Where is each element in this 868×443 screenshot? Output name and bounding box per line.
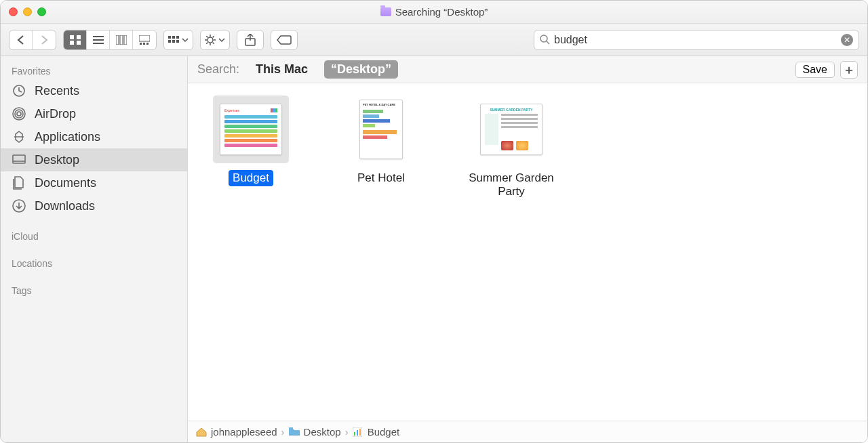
path-crumb-label: Desktop (304, 426, 341, 438)
svg-rect-44 (359, 429, 361, 436)
window-title: Searching “Desktop” (395, 6, 488, 18)
main-content: Search: This Mac “Desktop” Save ＋ Expens… (188, 56, 867, 442)
path-crumb-label: johnappleseed (211, 426, 277, 438)
svg-rect-9 (124, 35, 127, 45)
sidebar-item-downloads[interactable]: Downloads (1, 194, 187, 217)
svg-rect-7 (116, 35, 119, 45)
search-scope-label: Search: (197, 62, 239, 77)
svg-rect-14 (168, 36, 171, 39)
scope-current-folder[interactable]: “Desktop” (324, 60, 398, 79)
svg-point-20 (208, 37, 213, 43)
sidebar-item-label: Documents (35, 176, 96, 190)
file-item[interactable]: Expenses Budget (204, 96, 298, 201)
toolbar: ✕ (1, 24, 867, 56)
sidebar: Favorites Recents AirDrop Applications D… (1, 56, 188, 442)
close-window-button[interactable] (9, 7, 18, 16)
desktop-icon (12, 152, 26, 167)
svg-line-25 (206, 36, 208, 37)
sidebar-item-recents[interactable]: Recents (1, 79, 187, 102)
column-view-button[interactable] (110, 30, 133, 49)
zoom-window-button[interactable] (37, 7, 46, 16)
path-crumb-file[interactable]: Budget (353, 426, 400, 438)
file-item[interactable]: SUMMER GARDEN PARTY Summer Garden Party (465, 96, 558, 201)
svg-rect-8 (120, 35, 123, 45)
search-scope-bar: Search: This Mac “Desktop” Save ＋ (188, 56, 867, 83)
sidebar-item-label: Downloads (35, 199, 95, 213)
back-button[interactable] (9, 30, 33, 49)
window-body: Favorites Recents AirDrop Applications D… (1, 56, 867, 442)
path-crumb-home[interactable]: johnappleseed (196, 426, 277, 438)
clock-icon (12, 83, 26, 98)
svg-rect-5 (93, 39, 104, 41)
svg-rect-40 (289, 427, 293, 429)
sidebar-item-desktop[interactable]: Desktop (1, 148, 187, 171)
file-thumbnail: SUMMER GARDEN PARTY (480, 104, 542, 155)
path-crumb-folder[interactable]: Desktop (289, 426, 341, 438)
svg-point-33 (17, 112, 21, 116)
scope-this-mac[interactable]: This Mac (249, 60, 315, 79)
svg-rect-12 (143, 43, 145, 45)
svg-rect-16 (176, 36, 179, 39)
path-separator-icon: › (345, 426, 349, 438)
svg-rect-19 (176, 40, 179, 43)
tag-button[interactable] (271, 30, 298, 50)
downloads-icon (12, 198, 26, 213)
sidebar-item-airdrop[interactable]: AirDrop (1, 102, 187, 125)
svg-line-27 (206, 42, 208, 43)
folder-icon (289, 427, 300, 436)
svg-rect-11 (140, 43, 142, 45)
sidebar-item-applications[interactable]: Applications (1, 125, 187, 148)
path-crumb-label: Budget (368, 426, 400, 438)
gallery-view-button[interactable] (133, 30, 156, 49)
minimize-window-button[interactable] (23, 7, 32, 16)
file-thumbnail: Expenses (220, 104, 282, 155)
svg-line-31 (547, 41, 549, 44)
search-folder-icon (380, 7, 391, 16)
svg-rect-0 (70, 35, 74, 39)
sidebar-heading-favorites: Favorites (1, 62, 187, 79)
sidebar-item-label: Desktop (35, 153, 79, 167)
file-thumbnail: PET HOTEL & DAY CARE (359, 100, 403, 159)
svg-line-28 (213, 36, 214, 37)
sidebar-item-documents[interactable]: Documents (1, 171, 187, 194)
file-label: Pet Hotel (353, 170, 409, 186)
svg-rect-37 (13, 155, 25, 163)
path-separator-icon: › (281, 426, 285, 438)
home-icon (196, 427, 207, 436)
path-bar: johnappleseed › Desktop › Budget (188, 421, 867, 442)
apps-icon (12, 129, 26, 144)
nav-buttons (9, 30, 56, 50)
svg-line-26 (213, 42, 214, 43)
search-input[interactable] (554, 34, 837, 46)
share-button[interactable] (237, 30, 264, 50)
search-field[interactable]: ✕ (534, 30, 859, 50)
sidebar-heading-tags: Tags (1, 281, 187, 299)
sidebar-item-label: Applications (35, 130, 100, 144)
airdrop-icon (12, 106, 26, 121)
icon-view-button[interactable] (64, 30, 87, 49)
svg-rect-15 (172, 36, 175, 39)
file-item[interactable]: PET HOTEL & DAY CARE Pet Hotel (334, 96, 428, 201)
svg-rect-17 (168, 40, 171, 43)
add-search-criteria-button[interactable]: ＋ (840, 61, 858, 79)
file-label: Budget (229, 170, 273, 186)
results-area[interactable]: Expenses Budget (188, 83, 867, 421)
forward-button[interactable] (33, 30, 56, 49)
svg-rect-3 (77, 41, 81, 45)
svg-rect-13 (146, 43, 149, 45)
group-by-button[interactable] (163, 30, 193, 50)
svg-point-30 (540, 35, 547, 42)
svg-rect-18 (172, 40, 175, 43)
numbers-file-icon (353, 427, 363, 436)
save-search-button[interactable]: Save (795, 62, 835, 78)
window-controls (9, 7, 46, 16)
sidebar-item-label: AirDrop (35, 107, 76, 121)
svg-rect-4 (93, 36, 104, 37)
action-menu-button[interactable] (200, 30, 230, 50)
list-view-button[interactable] (87, 30, 110, 49)
svg-rect-2 (70, 41, 74, 45)
clear-search-button[interactable]: ✕ (841, 34, 853, 46)
svg-point-34 (15, 110, 23, 118)
sidebar-item-label: Recents (35, 84, 79, 98)
sidebar-heading-icloud: iCloud (1, 227, 187, 245)
